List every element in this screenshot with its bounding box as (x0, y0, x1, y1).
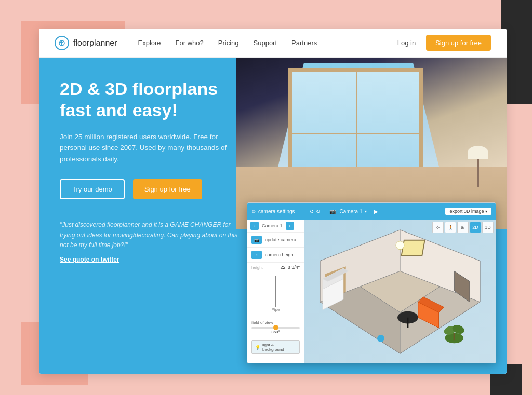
fp-camera-label: Camera 1 (340, 209, 363, 214)
fp-room-3d-bg (304, 220, 496, 363)
fp-prev-arrow[interactable]: ‹ (250, 222, 259, 230)
svg-rect-16 (402, 240, 425, 256)
logo-icon (55, 36, 69, 50)
floorplanner-ui-overlay: ⚙ camera settings ↺ ↻ 📷 Camera 1 ▾ ▶ exp… (247, 202, 496, 363)
lamp-shade (468, 146, 488, 159)
fp-3d-view-btn[interactable]: 3D (482, 222, 494, 233)
logo[interactable]: floorplanner (55, 36, 117, 50)
fp-camera-settings-label: camera settings (258, 209, 295, 214)
fp-export-button[interactable]: export 3D image ▾ (445, 208, 491, 215)
fp-light-icon: 💡 (255, 345, 260, 350)
logo-text: floorplanner (73, 38, 117, 48)
svg-point-17 (396, 241, 404, 250)
fp-grid-tool[interactable]: ⊞ (457, 222, 469, 233)
fp-update-camera-item[interactable]: 📷 update camera (247, 233, 304, 248)
pipe-line (275, 276, 276, 307)
fp-move-tool[interactable]: ⊹ (432, 222, 444, 233)
navbar: floorplanner Explore For who? Pricing Su… (39, 29, 507, 58)
hero-content: 2D & 3D floorplans fast and easy! Join 2… (60, 78, 247, 264)
fp-toolbar-right: export 3D image ▾ (445, 208, 491, 215)
fp-camera-height-item: ↕ camera height (247, 248, 304, 263)
fp-nav-arrows: ‹ Camera 1 › (247, 220, 304, 233)
nav-pricing[interactable]: Pricing (218, 39, 239, 47)
fp-camera-icon: 📷 (251, 236, 262, 244)
fp-height-icon: ↕ (251, 251, 262, 259)
nav-right: Log in Sign up for free (397, 35, 491, 51)
lamp-pole (477, 156, 479, 187)
nav-explore[interactable]: Explore (138, 39, 161, 47)
fp-body: ‹ Camera 1 › 📷 update camera ↕ (247, 220, 496, 363)
hero-subtitle: Join 25 million registered users worldwi… (60, 131, 247, 165)
login-link[interactable]: Log in (397, 39, 416, 47)
room-lamp (470, 146, 486, 187)
hero-title: 2D & 3D floorplans fast and easy! (60, 78, 247, 121)
hero-quote: "Just discovered floorplanner and it is … (60, 220, 247, 250)
fp-2d-view-btn[interactable]: 2D (470, 222, 481, 233)
fp-height-value-row: height 22' 8 3/4" (247, 263, 304, 272)
fp-sidebar: ‹ Camera 1 › 📷 update camera ↕ (247, 220, 304, 363)
fp-3d-view: + − ⊹ 🚶 ⊞ 2D 3D (304, 220, 496, 363)
hero-signup-button[interactable]: Sign up for free (133, 179, 202, 199)
hero-section: 2D & 3D floorplans fast and easy! Join 2… (39, 58, 507, 374)
nav-links: Explore For who? Pricing Support Partner… (138, 39, 397, 47)
demo-button[interactable]: Try our demo (60, 179, 125, 199)
fp-toolbar: ⚙ camera settings ↺ ↻ 📷 Camera 1 ▾ ▶ exp… (247, 203, 496, 220)
fp-next-arrow[interactable]: › (286, 222, 294, 230)
isometric-room-svg (304, 220, 496, 363)
fp-slider-thumb (273, 325, 278, 330)
main-window: floorplanner Explore For who? Pricing Su… (39, 29, 507, 374)
fp-light-button[interactable]: 💡 light & background (251, 340, 300, 354)
fp-person-tool[interactable]: 🚶 (445, 222, 456, 233)
quote-twitter-link[interactable]: See quote on twitter (60, 256, 119, 263)
hero-buttons: Try our demo Sign up for free (60, 179, 247, 199)
fp-fov-slider-area: field of view 360° (247, 316, 304, 338)
nav-for-who[interactable]: For who? (176, 39, 204, 47)
signup-button[interactable]: Sign up for free (426, 35, 491, 51)
pipe-visual: Pipe (247, 272, 304, 316)
fp-toolbar-left: ⚙ camera settings ↺ ↻ 📷 Camera 1 ▾ ▶ (251, 209, 442, 214)
fp-fov-slider[interactable] (251, 327, 300, 329)
pipe-label: Pipe (271, 307, 280, 312)
nav-partners[interactable]: Partners (291, 39, 317, 47)
nav-support[interactable]: Support (254, 39, 277, 47)
fp-3d-toolbar: ⊹ 🚶 ⊞ 2D 3D (432, 222, 494, 233)
fp-blue-dot (377, 335, 384, 342)
